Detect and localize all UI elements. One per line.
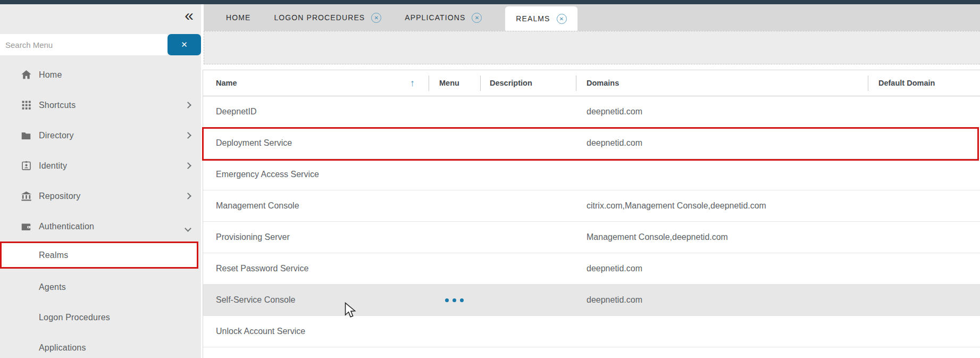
close-tab-icon[interactable]: ✕	[472, 13, 482, 23]
cell-description	[480, 253, 576, 284]
search-clear-button[interactable]: ✕	[167, 34, 201, 55]
table-row[interactable]: Self-Service Consoledeepnetid.com	[203, 285, 980, 316]
cell-name: Management Console	[203, 190, 429, 221]
sidebar-item-label: Authentication	[39, 222, 94, 231]
cell-menu	[429, 128, 480, 159]
realms-table: Name ↑ Menu Description Domains Default …	[203, 70, 980, 358]
sidebar-header: «	[0, 4, 201, 30]
cell-name: Deployment Service	[203, 128, 429, 159]
dot	[460, 298, 464, 302]
sidebar-item-label: Agents	[39, 282, 66, 292]
column-header-menu[interactable]: Menu	[429, 70, 480, 96]
column-label: Description	[490, 79, 532, 87]
sidebar-item-label: Identity	[39, 161, 67, 171]
sidebar-item-label: Realms	[39, 251, 68, 260]
tab-home[interactable]: HOME	[226, 4, 250, 31]
cell-domains: deepnetid.com	[576, 285, 868, 315]
sidebar-item-repository[interactable]: Repository	[0, 181, 201, 211]
sidebar-item-agents[interactable]: Agents	[0, 272, 201, 302]
cell-domains: Management Console,deepnetid.com	[576, 222, 868, 253]
sidebar-item-authentication[interactable]: Authentication	[0, 211, 201, 242]
bank-icon	[20, 190, 32, 203]
table-header-row: Name ↑ Menu Description Domains Default …	[203, 70, 980, 96]
cell-name: Self-Service Console	[203, 285, 429, 315]
wallet-icon	[20, 220, 32, 233]
sort-ascending-icon[interactable]: ↑	[410, 78, 415, 89]
cell-default-domain	[868, 222, 980, 253]
sidebar-item-home[interactable]: Home	[0, 60, 201, 90]
cell-domains: citrix.com,Management Console,deepnetid.…	[576, 190, 868, 221]
tab-label: REALMS	[516, 14, 550, 23]
table-row[interactable]: Unlock Account Service	[203, 316, 980, 347]
cell-description	[480, 128, 576, 159]
chevron-down-icon	[185, 225, 191, 232]
cell-menu	[429, 253, 480, 284]
sidebar-menu: HomeShortcutsDirectoryIdentityRepository…	[0, 60, 201, 358]
column-label: Domains	[587, 79, 619, 87]
sidebar-search: ✕	[0, 34, 201, 55]
sidebar-item-label: Directory	[39, 131, 74, 140]
column-header-name[interactable]: Name ↑	[203, 70, 429, 96]
close-tab-icon[interactable]: ✕	[557, 14, 567, 24]
table-row[interactable]: Provisioning ServerManagement Console,de…	[203, 222, 980, 253]
column-header-default-domain[interactable]: Default Domain	[868, 70, 980, 96]
cell-default-domain	[868, 128, 980, 159]
sidebar-item-label: Applications	[39, 343, 86, 353]
top-bar	[0, 0, 980, 4]
cell-domains: deepnetid.com	[576, 128, 868, 159]
tab-logon-procedures[interactable]: LOGON PROCEDURES ✕	[274, 4, 381, 31]
dot	[445, 298, 449, 302]
tab-applications[interactable]: APPLICATIONS ✕	[405, 4, 482, 31]
cell-domains	[576, 159, 868, 190]
cell-description	[480, 222, 576, 253]
cell-domains: deepnetid.com	[576, 253, 868, 284]
table-row[interactable]: Management Consolecitrix.com,Management …	[203, 190, 980, 222]
tab-realms[interactable]: REALMS ✕	[505, 6, 577, 31]
tab-bar: HOME LOGON PROCEDURES ✕ APPLICATIONS ✕ R…	[204, 4, 980, 31]
column-header-description[interactable]: Description	[480, 70, 576, 96]
id-badge-icon	[20, 160, 32, 172]
sidebar: « ✕ HomeShortcutsDirectoryIdentityReposi…	[0, 4, 201, 358]
cell-name: DeepnetID	[203, 96, 429, 127]
sidebar-item-logon-procedures[interactable]: Logon Procedures	[0, 302, 201, 332]
collapse-sidebar-icon[interactable]: «	[185, 6, 192, 24]
cell-description	[480, 96, 576, 127]
cell-menu	[429, 190, 480, 221]
cell-name: Unlock Account Service	[203, 316, 429, 347]
cell-domains: deepnetid.com	[576, 96, 868, 127]
dot	[453, 298, 456, 302]
sidebar-item-identity[interactable]: Identity	[0, 151, 201, 181]
cell-name: Provisioning Server	[203, 222, 429, 253]
table-row[interactable]: DeepnetIDdeepnetid.com	[203, 96, 980, 128]
sidebar-item-label: Shortcuts	[39, 101, 76, 110]
table-row[interactable]: Deployment Servicedeepnetid.com	[203, 128, 980, 159]
cell-description	[480, 316, 576, 347]
cell-description	[480, 190, 576, 221]
cell-name: Reset Password Service	[203, 253, 429, 284]
table-row[interactable]: Reset Password Servicedeepnetid.com	[203, 253, 980, 285]
column-label: Name	[216, 79, 237, 87]
cell-default-domain	[868, 253, 980, 284]
tab-label: APPLICATIONS	[405, 13, 465, 22]
cell-domains	[576, 316, 868, 347]
sidebar-item-label: Repository	[39, 192, 80, 201]
sidebar-item-directory[interactable]: Directory	[0, 120, 201, 151]
folder-icon	[20, 129, 32, 142]
cell-menu	[429, 316, 480, 347]
close-tab-icon[interactable]: ✕	[371, 13, 381, 23]
column-header-domains[interactable]: Domains	[576, 70, 868, 96]
chevron-right-icon	[185, 132, 191, 139]
sidebar-item-applications[interactable]: Applications	[0, 332, 201, 358]
chevron-right-icon	[185, 102, 191, 109]
cell-menu	[429, 159, 480, 190]
chevron-right-icon	[185, 162, 191, 169]
sidebar-item-realms[interactable]: Realms	[0, 242, 198, 269]
sidebar-item-shortcuts[interactable]: Shortcuts	[0, 90, 201, 120]
column-label: Menu	[439, 79, 459, 87]
table-row[interactable]: Emergency Access Service	[203, 159, 980, 190]
search-input[interactable]	[0, 34, 167, 55]
cell-menu	[429, 96, 480, 127]
close-icon: ✕	[181, 40, 188, 49]
row-menu-dots-icon[interactable]	[442, 295, 467, 305]
sidebar-item-label: Home	[39, 70, 62, 80]
